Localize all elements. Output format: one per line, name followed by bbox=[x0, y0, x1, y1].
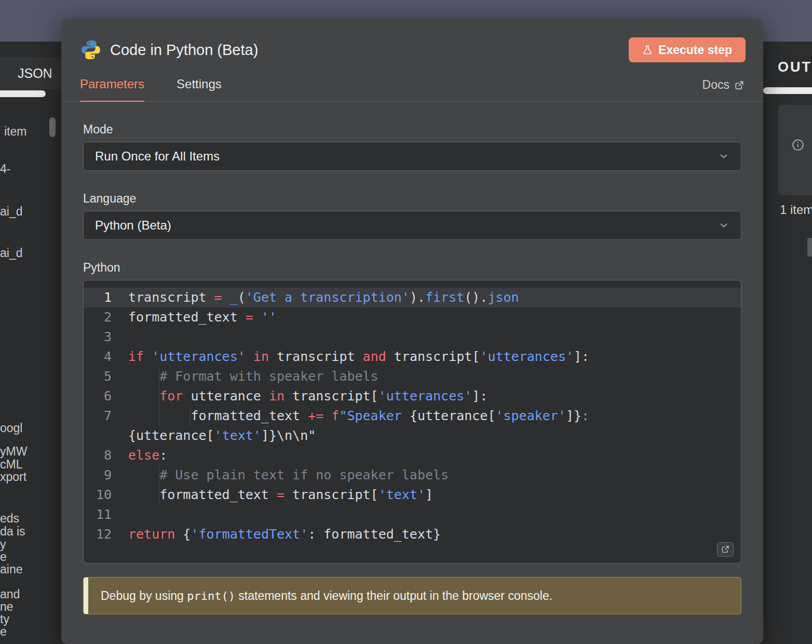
input-panel-item: aine bbox=[0, 562, 22, 576]
input-panel-item: e bbox=[0, 550, 7, 564]
input-panel-item: yMW bbox=[0, 445, 27, 459]
output-panel-title: OUT bbox=[778, 59, 812, 75]
code-line: 11 bbox=[84, 505, 741, 525]
tab-settings[interactable]: Settings bbox=[177, 77, 222, 102]
input-panel-item: ai_d bbox=[0, 205, 22, 219]
output-card bbox=[778, 105, 812, 195]
input-panel-item: ne bbox=[0, 600, 13, 614]
horizontal-scrollbar[interactable] bbox=[763, 87, 812, 94]
code-line: 7formatted_text += f"Speaker {utterance[… bbox=[84, 406, 741, 446]
flask-icon bbox=[642, 44, 653, 56]
chevron-down-icon bbox=[718, 220, 729, 231]
modal-header: Code in Python (Beta) Execute step bbox=[61, 19, 763, 62]
code-line: 3 bbox=[84, 327, 741, 347]
tab-parameters[interactable]: Parameters bbox=[80, 77, 144, 102]
node-editor-modal: Code in Python (Beta) Execute step Param… bbox=[61, 19, 763, 644]
code-line: 6for utterance in transcript['utterances… bbox=[84, 386, 741, 406]
notice-code: print() bbox=[187, 589, 235, 602]
input-panel-item: e bbox=[0, 625, 7, 639]
expand-icon bbox=[721, 545, 729, 554]
output-item-count: 1 item bbox=[780, 203, 812, 217]
expand-editor-button[interactable] bbox=[717, 542, 734, 557]
output-panel: OUT 1 item bbox=[763, 42, 812, 644]
node-title: Code in Python (Beta) bbox=[110, 42, 620, 59]
parameters-panel: Mode Run Once for All Items Language Pyt… bbox=[61, 123, 763, 614]
line-number: 3 bbox=[84, 327, 121, 347]
notice-text: Debug by using print() statements and vi… bbox=[88, 578, 565, 614]
code-line: 5# Format with speaker labels bbox=[84, 367, 741, 386]
language-label: Language bbox=[83, 192, 741, 206]
line-number: 8 bbox=[84, 446, 121, 465]
input-panel-item: y bbox=[0, 538, 6, 552]
execute-step-button[interactable]: Execute step bbox=[629, 37, 746, 62]
info-icon[interactable] bbox=[791, 138, 805, 152]
line-number: 6 bbox=[84, 386, 121, 406]
input-panel-item: item bbox=[4, 125, 26, 139]
input-panel-item: oogl bbox=[0, 421, 22, 435]
line-number: 2 bbox=[84, 307, 121, 327]
input-panel-item: and bbox=[0, 587, 20, 601]
code-line: 1transcript = _('Get a transcription').f… bbox=[84, 288, 741, 307]
docs-label: Docs bbox=[702, 78, 729, 92]
debug-notice: Debug by using print() statements and vi… bbox=[83, 577, 741, 614]
code-line: 10formatted_text = transcript['text'] bbox=[84, 485, 741, 505]
line-number: 10 bbox=[84, 485, 121, 505]
notice-accent-bar bbox=[84, 578, 88, 614]
line-number: 1 bbox=[84, 288, 121, 307]
code-line: 12return {'formattedText': formatted_tex… bbox=[84, 525, 741, 544]
language-select-value: Python (Beta) bbox=[95, 218, 171, 233]
line-number: 7 bbox=[84, 406, 121, 446]
mode-select[interactable]: Run Once for All Items bbox=[83, 142, 741, 171]
input-panel-item: ty bbox=[0, 612, 9, 626]
code-line: 8else: bbox=[84, 446, 741, 465]
input-panel-item: da is bbox=[0, 525, 25, 539]
code-line: 2formatted_text = '' bbox=[84, 307, 741, 327]
execute-step-label: Execute step bbox=[658, 43, 732, 57]
line-number: 9 bbox=[84, 465, 121, 485]
line-number: 12 bbox=[84, 525, 121, 544]
line-number: 4 bbox=[84, 347, 121, 367]
line-number: 5 bbox=[84, 367, 121, 386]
code-lines: 1transcript = _('Get a transcription').f… bbox=[84, 288, 741, 544]
panel-edge-button[interactable] bbox=[807, 238, 812, 257]
input-panel-item: eds bbox=[0, 512, 19, 526]
input-panel-item: xport bbox=[0, 470, 26, 484]
external-link-icon bbox=[734, 80, 745, 90]
chevron-down-icon bbox=[718, 151, 729, 162]
input-panel: JSON item4-ai_dai_dooglyMWcMLxportedsda … bbox=[0, 42, 61, 644]
input-panel-item: ai_d bbox=[0, 246, 22, 260]
python-logo-icon bbox=[80, 39, 102, 61]
line-number: 11 bbox=[84, 505, 121, 525]
code-line: 9# Use plain text if no speaker labels bbox=[84, 465, 741, 485]
mode-label: Mode bbox=[83, 123, 741, 137]
screen: JSON item4-ai_dai_dooglyMWcMLxportedsda … bbox=[0, 0, 812, 644]
code-line: 4if 'utterances' in transcript and trans… bbox=[84, 347, 741, 367]
python-code-editor[interactable]: 1transcript = _('Get a transcription').f… bbox=[83, 280, 741, 564]
input-panel-item: 4- bbox=[0, 162, 10, 176]
input-panel-items: item4-ai_dai_dooglyMWcMLxportedsda isyea… bbox=[0, 42, 61, 644]
language-select[interactable]: Python (Beta) bbox=[83, 211, 741, 240]
mode-select-value: Run Once for All Items bbox=[95, 149, 220, 164]
code-field-label: Python bbox=[83, 261, 741, 275]
input-panel-item: cML bbox=[0, 458, 22, 472]
modal-tabs: Parameters Settings Docs bbox=[61, 77, 763, 102]
notice-prefix: Debug by using bbox=[101, 589, 187, 603]
notice-suffix: statements and viewing their output in t… bbox=[235, 589, 552, 603]
docs-link[interactable]: Docs bbox=[702, 78, 745, 101]
